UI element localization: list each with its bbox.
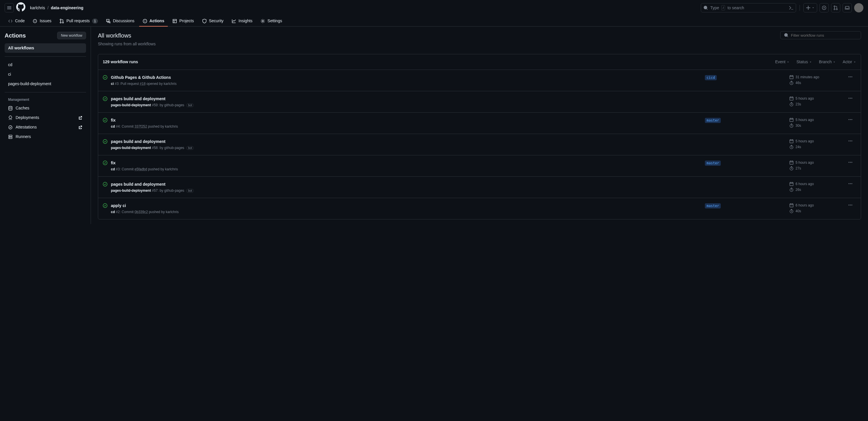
commit-link[interactable]: 337f252 [134, 124, 147, 128]
run-menu-button[interactable] [848, 139, 853, 145]
svg-point-23 [850, 77, 851, 78]
command-palette-icon [789, 5, 794, 10]
svg-rect-50 [790, 182, 793, 186]
kebab-icon [848, 203, 853, 207]
filter-branch[interactable]: Branch [819, 59, 836, 65]
user-avatar[interactable] [854, 3, 863, 12]
pr-link[interactable]: #18 [140, 82, 146, 86]
run-time: 5 hours ago [789, 139, 841, 144]
link-external-icon [78, 116, 83, 120]
run-menu-button[interactable] [848, 181, 853, 188]
svg-point-29 [850, 98, 851, 99]
global-search[interactable]: Type / to search [701, 3, 796, 12]
svg-rect-15 [9, 135, 12, 137]
nav-projects[interactable]: Projects [169, 16, 197, 26]
run-title-link[interactable]: pages build and deployment [111, 139, 165, 144]
run-title-link[interactable]: fix [111, 118, 116, 122]
svg-point-28 [849, 98, 849, 99]
sidebar-runners[interactable]: Runners [5, 132, 86, 142]
hamburger-button[interactable] [5, 3, 14, 12]
run-menu-button[interactable] [848, 74, 853, 81]
stopwatch-icon [789, 123, 794, 128]
sidebar-attestations[interactable]: Attestations [5, 122, 86, 132]
branch-label[interactable]: master [705, 118, 721, 123]
link-external-icon [78, 125, 83, 130]
run-subtitle: pages-build-deployment #59: by github-pa… [111, 102, 702, 108]
nav-issues[interactable]: Issues [29, 16, 55, 26]
run-menu-button[interactable] [848, 160, 853, 166]
run-title-link[interactable]: pages build and deployment [111, 182, 165, 186]
owner-link[interactable]: karlchris [30, 5, 45, 11]
nav-discussions[interactable]: Discussions [102, 16, 138, 26]
run-menu-button[interactable] [848, 203, 853, 209]
nav-settings[interactable]: Settings [257, 16, 286, 26]
svg-point-4 [836, 9, 837, 10]
commit-link[interactable]: 0b339c2 [134, 210, 148, 214]
check-circle-icon [103, 160, 107, 165]
run-time: 31 minutes ago [789, 74, 841, 80]
sidebar-deployments[interactable]: Deployments [5, 113, 86, 122]
triangle-down-icon [853, 60, 856, 64]
calendar-icon [789, 160, 794, 165]
nav-code[interactable]: Code [5, 16, 28, 26]
svg-point-18 [9, 138, 10, 138]
svg-point-53 [850, 183, 851, 184]
filter-actor[interactable]: Actor [843, 59, 856, 65]
branch-label[interactable]: master [705, 160, 721, 166]
sidebar-all-workflows[interactable]: All workflows [5, 43, 86, 53]
github-logo[interactable] [16, 2, 25, 13]
new-workflow-button[interactable]: New workflow [57, 32, 86, 39]
kebab-icon [848, 139, 853, 143]
management-heading: Management [5, 96, 86, 103]
run-menu-button[interactable] [848, 96, 853, 102]
issue-opened-icon [822, 5, 827, 10]
run-duration: 26s [789, 187, 841, 192]
filter-event[interactable]: Event [775, 59, 789, 65]
svg-point-35 [850, 119, 851, 120]
issues-button[interactable] [819, 3, 829, 12]
branch-label[interactable]: master [705, 203, 721, 209]
run-title-link[interactable]: Github Pages & Github Actions [111, 75, 171, 80]
sidebar-workflow-item[interactable]: ci [5, 69, 86, 79]
table-icon [173, 19, 177, 23]
stopwatch-icon [789, 187, 794, 192]
repo-link[interactable]: data-engineering [51, 5, 84, 11]
nav-insights[interactable]: Insights [228, 16, 256, 26]
check-circle-icon [103, 203, 107, 208]
run-subtitle: cd #4: Commit 337f252 pushed by karlchri… [111, 124, 702, 129]
run-title-link[interactable]: apply ci [111, 203, 126, 208]
workflow-run-item: pages build and deploymentpages-build-de… [98, 134, 861, 155]
svg-point-41 [850, 141, 851, 142]
calendar-icon [789, 118, 794, 122]
calendar-icon [789, 139, 794, 144]
filter-runs-input[interactable] [791, 33, 857, 37]
svg-point-59 [850, 205, 851, 206]
svg-point-52 [849, 183, 849, 184]
sidebar-caches[interactable]: Caches [5, 103, 86, 113]
breadcrumb-separator: / [48, 5, 49, 11]
nav-security[interactable]: Security [199, 16, 227, 26]
branch-label[interactable]: cicd [705, 75, 717, 80]
run-title-link[interactable]: pages build and deployment [111, 96, 165, 101]
run-title-link[interactable]: fix [111, 160, 116, 165]
pull-requests-button[interactable] [831, 3, 840, 12]
svg-point-34 [849, 119, 849, 120]
svg-point-48 [851, 162, 852, 163]
calendar-icon [789, 96, 794, 101]
run-menu-button[interactable] [848, 117, 853, 124]
search-key-slash: / [721, 5, 725, 11]
create-new-button[interactable] [803, 3, 817, 12]
notifications-button[interactable] [843, 3, 852, 12]
nav-actions[interactable]: Actions [139, 16, 168, 26]
filter-status[interactable]: Status [796, 59, 812, 65]
run-duration: 24s [789, 144, 841, 150]
search-icon [784, 33, 788, 37]
commit-link[interactable]: e5fadbd [134, 167, 147, 171]
kebab-icon [848, 117, 853, 122]
nav-pull-requests[interactable]: Pull requests 1 [56, 16, 101, 26]
sidebar-workflow-item[interactable]: pages-build-deployment [5, 79, 86, 89]
sidebar-workflow-item[interactable]: cd [5, 60, 86, 69]
stopwatch-icon [789, 145, 794, 149]
svg-rect-32 [790, 118, 793, 122]
rocket-icon [8, 116, 13, 120]
